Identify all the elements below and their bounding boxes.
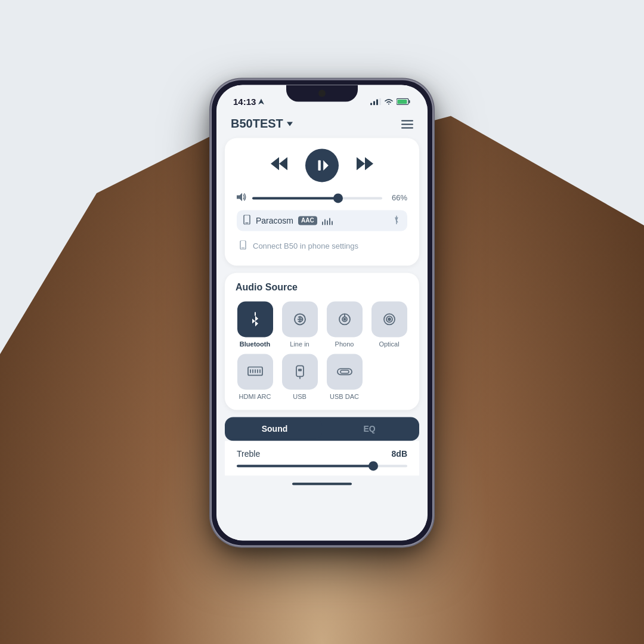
menu-button[interactable] <box>401 120 413 128</box>
home-indicator[interactable] <box>292 482 352 485</box>
volume-percent: 66% <box>388 193 407 202</box>
svg-rect-41 <box>340 370 349 373</box>
source-item-line-in[interactable]: Line in <box>280 301 319 348</box>
source-item-optical[interactable]: Optical <box>370 301 408 348</box>
treble-section: Treble 8dB <box>225 441 419 475</box>
device-name: B50TEST <box>231 117 283 131</box>
eq-tab[interactable]: EQ <box>322 419 417 438</box>
phono-label: Phono <box>335 340 354 348</box>
source-name: Paracosm <box>256 216 293 225</box>
phono-icon-btn <box>327 301 363 337</box>
treble-thumb <box>369 461 378 470</box>
treble-label: Treble <box>237 449 260 459</box>
phone-frame: 14:13 <box>212 80 432 545</box>
source-grid-row1: Bluetooth <box>236 301 408 348</box>
app-header: B50TEST <box>216 111 428 138</box>
treble-value: 8dB <box>392 449 407 459</box>
bluetooth-label: Bluetooth <box>240 340 270 348</box>
notch <box>286 85 358 101</box>
hdmi-arc-label: HDMI ARC <box>239 393 271 400</box>
svg-marker-12 <box>357 157 365 170</box>
volume-thumb <box>333 193 343 203</box>
svg-rect-6 <box>409 100 410 103</box>
treble-row: Treble 8dB <box>237 449 407 459</box>
status-time: 14:13 <box>233 97 264 107</box>
svg-rect-3 <box>376 99 378 105</box>
phone-screen: 14:13 <box>216 85 428 540</box>
connect-text: Connect B50 in phone settings <box>253 242 358 250</box>
usb-dac-icon-btn <box>327 354 363 389</box>
svg-marker-8 <box>279 157 287 170</box>
usb-label: USB <box>293 393 306 400</box>
source-item-hdmi-arc[interactable]: HDMI ARC <box>236 354 274 400</box>
battery-icon <box>397 98 411 105</box>
active-source-row[interactable]: Paracosm AAC <box>237 210 407 231</box>
treble-fill <box>237 465 373 467</box>
svg-rect-4 <box>379 98 381 105</box>
media-card: 66% Paracosm AAC <box>225 138 419 265</box>
time-display: 14:13 <box>233 97 256 107</box>
location-icon <box>258 98 264 104</box>
audio-bars-icon <box>322 216 333 225</box>
usb-dac-label: USB DAC <box>330 393 359 400</box>
media-controls <box>237 148 407 182</box>
eq-tab-label: EQ <box>363 424 375 434</box>
connect-phone-icon <box>239 240 247 251</box>
svg-marker-13 <box>365 157 373 170</box>
source-grid-row2: HDMI ARC USB <box>236 354 408 400</box>
source-item-empty <box>370 354 408 400</box>
svg-rect-1 <box>370 103 372 105</box>
codec-badge: AAC <box>298 216 317 225</box>
sound-tab-label: Sound <box>262 424 288 434</box>
line-in-icon-btn <box>282 301 318 337</box>
svg-rect-38 <box>298 369 302 371</box>
hdmi-arc-icon-btn <box>237 354 273 389</box>
source-item-usb[interactable]: USB <box>280 354 319 400</box>
svg-point-30 <box>388 318 391 320</box>
pin-icon <box>391 214 404 227</box>
volume-slider[interactable] <box>252 197 382 199</box>
svg-rect-37 <box>296 366 304 376</box>
optical-icon-btn <box>371 301 407 337</box>
svg-rect-7 <box>398 100 407 104</box>
source-item-bluetooth[interactable]: Bluetooth <box>236 301 274 348</box>
svg-marker-9 <box>271 157 279 170</box>
optical-label: Optical <box>379 340 399 348</box>
wifi-icon <box>384 98 394 105</box>
usb-icon-btn <box>282 354 318 389</box>
bluetooth-icon-btn <box>237 301 273 337</box>
source-item-usb-dac[interactable]: USB DAC <box>325 354 364 400</box>
signal-icon <box>370 98 381 105</box>
forward-button[interactable] <box>357 157 373 174</box>
volume-fill <box>252 197 338 199</box>
source-item-phono[interactable]: Phono <box>325 301 364 348</box>
treble-slider[interactable] <box>237 465 407 467</box>
app-content: B50TEST <box>216 111 428 540</box>
svg-marker-0 <box>258 98 264 104</box>
line-in-label: Line in <box>290 340 309 348</box>
title-chevron-icon[interactable] <box>287 122 293 126</box>
volume-row: 66% <box>237 193 407 203</box>
svg-point-26 <box>343 318 345 320</box>
audio-source-card: Audio Source Bluetooth <box>225 273 419 410</box>
connect-row[interactable]: Connect B50 in phone settings <box>237 237 407 255</box>
sound-tab[interactable]: Sound <box>227 419 322 438</box>
svg-marker-11 <box>323 160 329 171</box>
rewind-button[interactable] <box>271 157 287 174</box>
audio-source-title: Audio Source <box>236 282 408 293</box>
sound-eq-tabs: Sound EQ <box>225 417 419 441</box>
svg-rect-40 <box>338 369 352 374</box>
svg-rect-2 <box>373 101 375 105</box>
play-pause-button[interactable] <box>305 148 339 182</box>
phone-icon <box>243 215 251 226</box>
app-title: B50TEST <box>231 117 293 131</box>
scene: 14:13 <box>0 0 644 644</box>
volume-icon <box>237 193 246 203</box>
svg-marker-14 <box>237 193 242 201</box>
svg-rect-10 <box>318 160 321 171</box>
status-icons <box>370 98 411 105</box>
